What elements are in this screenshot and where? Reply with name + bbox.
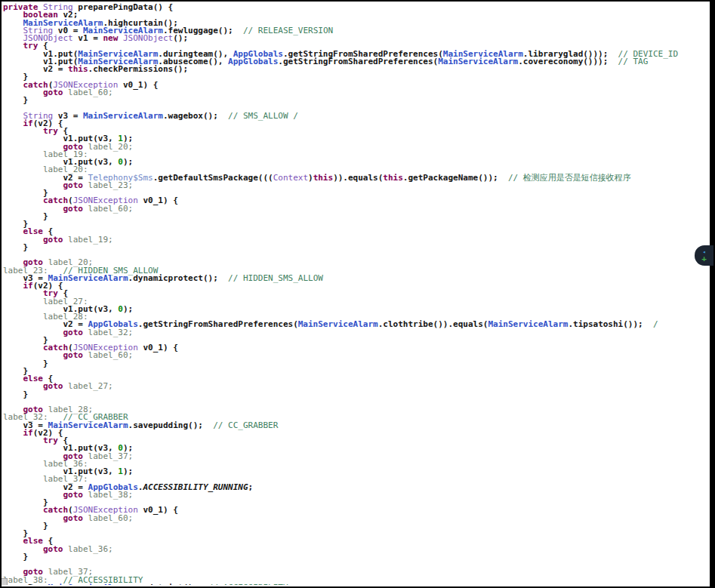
- code-line: [3, 251, 709, 259]
- code-line: }: [3, 220, 709, 228]
- code-token: .checkPermissions();: [88, 64, 188, 74]
- code-token: goto: [43, 544, 63, 554]
- code-line: goto label_60;: [3, 352, 709, 359]
- code-token: label_36;: [68, 544, 113, 554]
- code-token: MainServiceAlarm: [438, 57, 518, 66]
- code-viewer-window: private String preparePingData() { boole…: [0, 0, 715, 588]
- code-token: 1: [118, 466, 123, 476]
- code-token: // SMS_ALLOW /: [218, 111, 298, 121]
- code-token: [118, 33, 123, 43]
- code-token: label_60;: [88, 513, 134, 523]
- code-line: v1.put(v3, 0);: [3, 306, 709, 313]
- code-line: goto label_20;: [3, 143, 709, 151]
- code-line: goto label_19;: [3, 236, 709, 244]
- code-token: v3 =: [3, 583, 48, 585]
- code-line: if(v2) {: [3, 120, 709, 128]
- code-line: }: [3, 522, 709, 530]
- code-line: }: [3, 244, 709, 251]
- code-token: ();: [173, 33, 188, 43]
- code-token: label_19;: [68, 235, 113, 245]
- code-token: .dynamicprotect();: [128, 273, 218, 283]
- code-token: label_38;: [88, 490, 134, 500]
- code-line: goto label_32;: [3, 329, 709, 337]
- code-token: v0_1) {: [138, 195, 178, 205]
- code-token: /: [643, 319, 658, 329]
- code-token: MainServiceAlarm: [83, 111, 163, 121]
- code-token: [83, 490, 88, 500]
- code-token: );: [123, 157, 133, 167]
- code-line: goto label_23;: [3, 182, 709, 189]
- code-token: // RELEASE_VERSION: [233, 26, 333, 35]
- code-token: );: [123, 304, 133, 314]
- code-line: goto label_36;: [3, 546, 709, 553]
- code-line: }: [3, 553, 709, 561]
- code-line: v3 = MainServiceAlarm.savepudding(); // …: [3, 422, 709, 429]
- code-token: .wagebox();: [163, 111, 218, 121]
- code-token: ACCESSIBILITY_RUNNING: [143, 482, 248, 492]
- code-token: .covereconomy()));: [518, 57, 608, 66]
- code-token: goto: [63, 204, 83, 214]
- code-token: MainServiceAlarm: [298, 319, 378, 329]
- code-token: label_32;: [88, 328, 134, 337]
- code-token: .tipsatoshi());: [568, 319, 643, 329]
- code-token: goto: [63, 490, 83, 500]
- code-editor[interactable]: private String preparePingData() { boole…: [3, 4, 709, 585]
- scrollbar-corner: [2, 578, 8, 585]
- code-token: // CC_GRABBER: [203, 420, 278, 430]
- code-token: label_27;: [68, 381, 113, 391]
- code-line: goto label_60;: [3, 205, 709, 213]
- code-line: if(v2) {: [3, 429, 709, 437]
- code-token: Context: [273, 173, 308, 183]
- code-line: try {: [3, 290, 709, 297]
- code-token: [83, 350, 88, 360]
- code-token: this: [383, 173, 403, 183]
- code-token: 0: [118, 157, 123, 167]
- code-line: if(v2) {: [3, 282, 709, 290]
- code-line: goto label_27;: [3, 383, 709, 390]
- code-token: AppGlobals: [228, 57, 278, 66]
- code-token: ): [308, 173, 313, 183]
- code-line: }: [3, 213, 709, 220]
- code-token: [83, 328, 88, 337]
- add-icon[interactable]: +: [701, 255, 707, 263]
- window-right-border: [710, 2, 713, 586]
- code-line: goto label_38;: [3, 491, 709, 499]
- code-line: v1.put(v3, 0);: [3, 159, 709, 166]
- code-token: label_60;: [68, 88, 113, 97]
- code-token: ;: [248, 482, 254, 492]
- code-token: // 检测应用是否是短信接收程序: [498, 173, 631, 183]
- code-token: label_60;: [88, 204, 134, 214]
- code-token: // HIDDEN_SMS_ALLOW: [218, 273, 323, 283]
- code-token: [83, 513, 88, 523]
- code-token: [83, 204, 88, 214]
- code-token: goto: [63, 350, 83, 360]
- code-token: MainServiceAlarm: [48, 583, 128, 585]
- floating-widget[interactable]: ◂ +: [695, 245, 713, 266]
- code-token: v0_1) {: [118, 80, 158, 90]
- code-token: .getStringFromSharedPreferences(: [278, 57, 438, 66]
- code-token: .getDefaultSmsPackage(((: [153, 173, 273, 183]
- code-token: JSONObject: [123, 33, 173, 43]
- code-token: );: [123, 466, 133, 476]
- code-line: v1.put(v3, 1);: [3, 468, 709, 476]
- code-token: goto: [43, 88, 63, 97]
- code-token: goto: [63, 513, 83, 523]
- code-line: v3 = MainServiceAlarm.dynamicprotect(); …: [3, 275, 709, 282]
- code-token: goto: [43, 235, 63, 245]
- code-line: goto label_60;: [3, 89, 709, 97]
- code-token: label_37;: [88, 451, 134, 461]
- code-token: [83, 180, 88, 190]
- code-token: goto: [63, 180, 83, 190]
- code-token: preparePingData() {: [73, 4, 173, 12]
- code-token: v0_1) {: [138, 505, 178, 515]
- code-line: }: [3, 368, 709, 375]
- code-token: new: [103, 33, 118, 43]
- code-token: goto: [43, 381, 63, 391]
- code-line: [3, 399, 709, 406]
- code-token: label_20;: [88, 142, 134, 152]
- code-token: .savepudding();: [128, 420, 203, 430]
- code-line: [3, 561, 709, 568]
- code-line: goto label_37;: [3, 453, 709, 460]
- code-line: v3 = MainServiceAlarm.pandatwist(); // A…: [3, 584, 709, 585]
- code-token: // TAG: [608, 57, 648, 66]
